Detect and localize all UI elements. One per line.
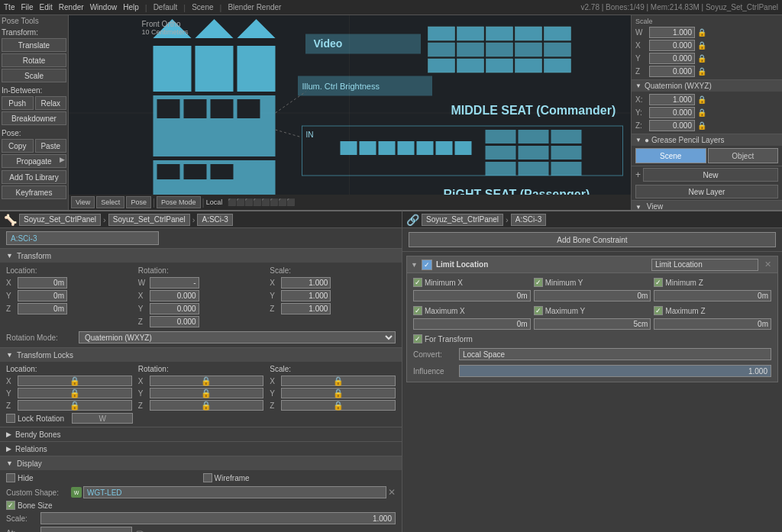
plus-icon: +	[635, 169, 641, 180]
constraint-type-input[interactable]	[651, 259, 758, 271]
x-lbl-rot: X	[138, 377, 147, 385]
rotation-mode-select[interactable]: Quaternion (WXYZ)	[79, 331, 396, 343]
svg-rect-47	[486, 130, 516, 143]
z-loc-input[interactable]	[18, 303, 67, 314]
qy-input[interactable]	[649, 107, 695, 118]
menu-file[interactable]: File	[21, 3, 33, 11]
min-z-input[interactable]	[654, 290, 771, 301]
breakdowner-btn[interactable]: Breakdowner	[2, 111, 66, 125]
keyframes-btn[interactable]: Keyframes	[2, 185, 66, 199]
qx-input[interactable]	[649, 94, 695, 105]
y-rot-input[interactable]	[150, 303, 199, 314]
min-y-input[interactable]	[534, 290, 651, 301]
cs-x-icon[interactable]: ✕	[388, 487, 396, 498]
object-tab[interactable]: Object	[708, 148, 779, 163]
min-z-checkbox[interactable]: ✓	[654, 278, 663, 287]
svg-rect-3	[153, 46, 192, 92]
x-input[interactable]	[649, 40, 695, 51]
bone-name-field[interactable]	[6, 231, 159, 245]
max-z-input[interactable]	[654, 318, 771, 330]
lock-rotation-checkbox[interactable]	[6, 414, 15, 423]
svg-rect-50	[486, 146, 516, 160]
z-scale-input[interactable]	[281, 303, 331, 314]
influence-bar[interactable]: 1.000	[459, 365, 771, 377]
for-transform-checkbox[interactable]: ✓	[413, 334, 422, 343]
svg-rect-22	[428, 27, 455, 40]
lock-z-rot: Z 🔒	[138, 400, 264, 411]
relations-header[interactable]: ▶ Relations	[0, 442, 402, 456]
y-scale-lbl: Y	[270, 292, 279, 300]
display-header[interactable]: ▼ Display	[0, 456, 402, 470]
constraint-x-btn[interactable]: ✕	[762, 260, 774, 269]
hide-checkbox[interactable]	[6, 473, 15, 482]
z-rot-input[interactable]	[150, 316, 199, 327]
max-x-cell: ✓ Maximum X	[413, 306, 531, 315]
max-z-checkbox[interactable]: ✓	[654, 306, 663, 315]
locks-header[interactable]: ▼ Transform Locks	[0, 348, 402, 362]
w-label: W	[635, 28, 647, 37]
copy-btn[interactable]: Copy	[2, 139, 34, 153]
x-scale-input[interactable]	[281, 277, 331, 289]
svg-rect-32	[428, 59, 455, 73]
vt-pose[interactable]: Pose	[126, 196, 151, 208]
scene-tab[interactable]: Scene	[635, 148, 706, 163]
min-x-input[interactable]	[413, 290, 531, 301]
convert-input[interactable]	[459, 348, 771, 360]
y-scale-input[interactable]	[281, 290, 331, 301]
svg-rect-55	[551, 162, 582, 176]
y-input[interactable]	[649, 53, 695, 64]
max-y-checkbox[interactable]: ✓	[534, 306, 543, 315]
min-x-checkbox[interactable]: ✓	[413, 278, 422, 287]
scale-prop-input[interactable]	[40, 512, 396, 524]
rotate-btn[interactable]: Rotate	[2, 53, 66, 67]
x-loc-input[interactable]	[18, 277, 67, 289]
constraint-check[interactable]: ✓	[422, 260, 432, 270]
max-x-checkbox[interactable]: ✓	[413, 306, 422, 315]
push-btn[interactable]: Push	[2, 96, 34, 110]
menu-help[interactable]: Help	[123, 3, 139, 11]
svg-rect-29	[486, 43, 513, 56]
relax-btn[interactable]: Relax	[35, 96, 67, 110]
transform-header[interactable]: ▼ Transform	[0, 249, 402, 263]
vt-select[interactable]: Select	[96, 196, 124, 208]
bendy-bones-header[interactable]: ▶ Bendy Bones	[0, 427, 402, 441]
for-transform-label: For Transform	[425, 335, 473, 343]
pencil-icon[interactable]: ✏	[136, 527, 145, 532]
add-to-library-btn[interactable]: Add To Library	[2, 170, 66, 184]
new-layer-btn[interactable]: New Layer	[635, 185, 778, 198]
vt-view[interactable]: View	[71, 196, 95, 208]
x-rot-input[interactable]	[150, 290, 199, 301]
menu-tte[interactable]: Tte	[4, 3, 15, 11]
translate-btn[interactable]: Translate	[2, 38, 66, 52]
max-y-label: Maximum Y	[545, 307, 586, 315]
bone-size-checkbox[interactable]: ✓	[6, 501, 15, 510]
propagate-btn[interactable]: Propagate	[2, 154, 66, 168]
add-constraint-btn[interactable]: Add Bone Constraint	[409, 232, 776, 247]
min-y-checkbox[interactable]: ✓	[534, 278, 543, 287]
svg-rect-24	[486, 27, 513, 40]
scale-btn[interactable]: Scale	[2, 69, 66, 82]
lock-y-scale: Y 🔒	[270, 388, 396, 398]
rotation-mode-row: Rotation Mode: Quaternion (WXYZ)	[6, 331, 396, 343]
paste-btn[interactable]: Paste	[35, 139, 67, 153]
max-y-input[interactable]	[534, 318, 651, 330]
w-rot-input[interactable]	[150, 277, 199, 289]
qz-input[interactable]	[649, 120, 695, 131]
y-loc-input[interactable]	[18, 290, 67, 301]
at-input[interactable]	[40, 527, 132, 532]
z-input[interactable]	[649, 66, 695, 77]
new-btn[interactable]: New	[643, 168, 778, 182]
grease-circle: ●	[645, 136, 649, 144]
viewport-3d[interactable]: Video Illum. Ctrl Brightness	[69, 15, 631, 210]
menu-window[interactable]: Window	[90, 3, 118, 11]
svg-rect-34	[486, 59, 513, 73]
bottom-right-panel: 🔗 Soyuz_Set_CtrlPanel › A:SCi-3 Add Bone…	[402, 210, 782, 532]
menu-render[interactable]: Render	[59, 3, 84, 11]
w-input[interactable]	[649, 27, 695, 38]
wireframe-checkbox[interactable]	[203, 473, 212, 482]
custom-shape-input[interactable]	[83, 486, 386, 498]
max-x-input[interactable]	[413, 318, 531, 330]
min-grid: ✓ Minimum X ✓ Minimum Y ✓ Minimum Z	[413, 278, 771, 287]
svg-rect-27	[428, 43, 455, 56]
menu-edit[interactable]: Edit	[40, 3, 53, 11]
